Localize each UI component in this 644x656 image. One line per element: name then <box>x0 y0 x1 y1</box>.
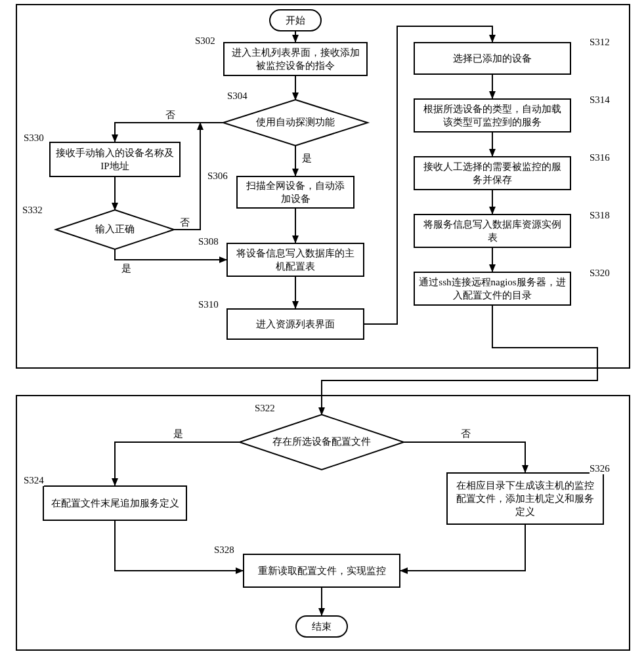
step-s330-text: 接收手动输入的设备名称及IP地址 <box>54 146 175 173</box>
step-s324: 在配置文件末尾追加服务定义 <box>43 485 187 521</box>
step-s302-text: 进入主机列表界面，接收添加被监控设备的指令 <box>228 46 362 73</box>
step-s320-text: 通过ssh连接远程nagios服务器，进入配置文件的目录 <box>419 276 566 302</box>
step-s324-label: S324 <box>24 475 44 486</box>
step-s302: 进入主机列表界面，接收添加被监控设备的指令 <box>223 42 368 76</box>
step-s332: 输入正确 <box>56 210 174 249</box>
step-s314-text: 根据所选设备的类型，自动加载该类型可监控到的服务 <box>419 102 566 129</box>
step-s304: 使用自动探测功能 <box>223 100 368 146</box>
step-s316-label: S316 <box>590 152 610 163</box>
step-s320-label: S320 <box>590 268 610 279</box>
edge-s322-yes: 是 <box>172 428 184 440</box>
step-s326-label: S326 <box>590 463 610 474</box>
step-s326: 在相应目录下生成该主机的监控配置文件，添加主机定义和服务定义 <box>446 472 604 525</box>
terminal-start: 开始 <box>269 9 322 31</box>
step-s326-text: 在相应目录下生成该主机的监控配置文件，添加主机定义和服务定义 <box>452 479 599 519</box>
step-s314: 根据所选设备的类型，自动加载该类型可监控到的服务 <box>414 98 571 133</box>
step-s330-label: S330 <box>24 133 44 144</box>
step-s322-text: 存在所选设备配置文件 <box>240 436 404 449</box>
terminal-end-text: 结束 <box>312 620 332 633</box>
edge-s332-no: 否 <box>179 216 191 229</box>
step-s322: 存在所选设备配置文件 <box>240 415 404 470</box>
step-s310: 进入资源列表界面 <box>226 308 364 340</box>
step-s322-label: S322 <box>255 403 275 414</box>
step-s308-text: 将设备信息写入数据库的主机配置表 <box>232 247 359 274</box>
step-s316-text: 接收人工选择的需要被监控的服务并保存 <box>419 160 566 187</box>
step-s330: 接收手动输入的设备名称及IP地址 <box>49 142 181 177</box>
step-s332-label: S332 <box>22 205 43 216</box>
step-s306: 扫描全网设备，自动添加设备 <box>236 176 354 209</box>
step-s302-label: S302 <box>195 35 215 47</box>
step-s316: 接收人工选择的需要被监控的服务并保存 <box>414 156 571 190</box>
terminal-start-text: 开始 <box>286 14 305 27</box>
step-s320: 通过ssh连接远程nagios服务器，进入配置文件的目录 <box>414 272 571 306</box>
step-s318: 将服务信息写入数据库资源实例表 <box>414 214 571 248</box>
step-s306-label: S306 <box>207 171 228 182</box>
step-s312-text: 选择已添加的设备 <box>453 52 532 65</box>
step-s312-label: S312 <box>590 37 610 48</box>
terminal-end: 结束 <box>295 615 348 638</box>
step-s328-label: S328 <box>214 544 234 556</box>
edge-s304-yes: 是 <box>301 152 313 165</box>
step-s318-label: S318 <box>590 210 610 221</box>
edge-s322-no: 否 <box>460 428 472 440</box>
step-s310-text: 进入资源列表界面 <box>256 318 335 331</box>
step-s328-text: 重新读取配置文件，实现监控 <box>258 564 386 577</box>
step-s314-label: S314 <box>590 94 610 106</box>
step-s306-text: 扫描全网设备，自动添加设备 <box>242 179 349 206</box>
step-s304-label: S304 <box>227 91 247 102</box>
step-s318-text: 将服务信息写入数据库资源实例表 <box>419 218 566 245</box>
step-s310-label: S310 <box>198 299 219 310</box>
step-s324-text: 在配置文件末尾追加服务定义 <box>51 497 179 510</box>
step-s308: 将设备信息写入数据库的主机配置表 <box>226 243 364 277</box>
step-s308-label: S308 <box>198 236 219 247</box>
step-s328: 重新读取配置文件，实现监控 <box>243 554 400 588</box>
step-s332-text: 输入正确 <box>56 223 174 236</box>
edge-s304-no: 否 <box>164 109 177 121</box>
step-s304-text: 使用自动探测功能 <box>223 116 368 129</box>
step-s312: 选择已添加的设备 <box>414 42 571 75</box>
edge-s332-yes: 是 <box>120 262 133 275</box>
